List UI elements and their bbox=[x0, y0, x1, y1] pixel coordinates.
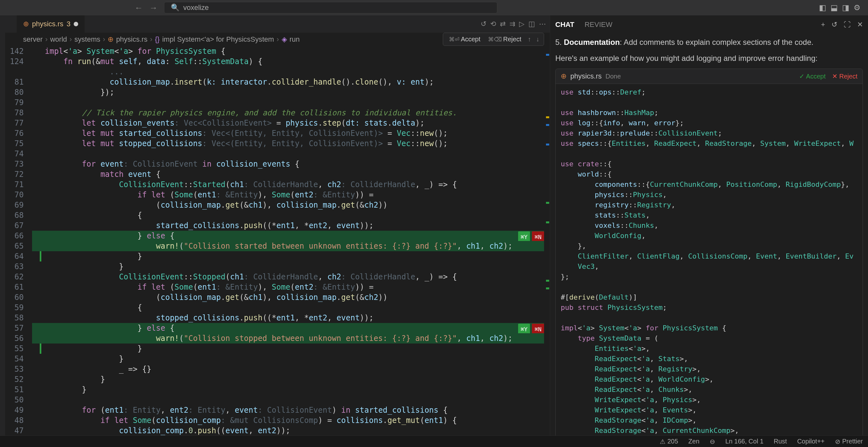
code-line[interactable]: 73 for event: CollisionEvent in collisio… bbox=[5, 159, 550, 169]
layout-bottom-icon[interactable]: ⬓ bbox=[830, 3, 839, 12]
discard-icon[interactable]: ⟲ bbox=[490, 20, 496, 28]
status-problems[interactable]: ⚠ 205 bbox=[660, 438, 678, 445]
code-editor[interactable]: 142impl<'a> System<'a> for PhysicsSystem… bbox=[5, 46, 550, 436]
split-icon[interactable]: ◫ bbox=[528, 20, 535, 28]
line-number: 51 bbox=[5, 385, 32, 395]
code-line[interactable]: 78 // Tick the rapier physics engine, an… bbox=[5, 108, 550, 118]
code-line[interactable]: 74 bbox=[5, 149, 550, 159]
close-icon[interactable]: ✕ bbox=[857, 21, 863, 29]
line-number: 61 bbox=[5, 282, 32, 292]
reject-button[interactable]: ⌘⌫Reject bbox=[485, 34, 525, 44]
code-line[interactable]: 58 stopped_collisions.push((*ent1, *ent2… bbox=[5, 313, 550, 323]
code-line[interactable]: 81 collision_map.insert(k: interactor.co… bbox=[5, 77, 550, 87]
line-number: 58 bbox=[5, 313, 32, 323]
more-icon[interactable]: ⋯ bbox=[539, 20, 546, 28]
line-number: 80 bbox=[5, 87, 32, 97]
layout-left-icon[interactable]: ◧ bbox=[818, 3, 827, 12]
code-line[interactable]: 64 } bbox=[5, 251, 550, 261]
code-line[interactable]: 69 (collision_map.get(&ch1), collision_m… bbox=[5, 200, 550, 210]
expand-icon[interactable]: ⛶ bbox=[844, 21, 851, 29]
command-center[interactable]: 🔍 voxelize bbox=[164, 2, 497, 13]
tab-physics[interactable]: ⊕ physics.rs 3 bbox=[17, 15, 85, 33]
chat-doc-point: 5. Documentation: Add comments to explai… bbox=[555, 36, 863, 48]
code-line[interactable]: 72 match event { bbox=[5, 169, 550, 180]
code-line[interactable]: 79 bbox=[5, 97, 550, 108]
line-number: 142 bbox=[5, 46, 32, 56]
code-line[interactable]: ... bbox=[5, 67, 550, 77]
file-card-status: Done bbox=[606, 73, 621, 80]
new-chat-icon[interactable]: + bbox=[821, 21, 825, 29]
code-line[interactable]: 57 } else {⌘Y⌘N bbox=[5, 323, 550, 333]
line-number: 65 bbox=[5, 241, 32, 251]
code-line[interactable]: 67 started_collisions.push((*ent1, *ent2… bbox=[5, 220, 550, 231]
line-number: 70 bbox=[5, 190, 32, 200]
code-line[interactable]: 55 } bbox=[5, 344, 550, 354]
status-zen[interactable]: Zen bbox=[688, 438, 699, 445]
crumb-impl[interactable]: impl System<'a> for PhysicsSystem bbox=[162, 35, 274, 43]
code-line[interactable]: 124 fn run(&mut self, data: Self::System… bbox=[5, 56, 550, 67]
status-prettier[interactable]: ⊘ Prettier bbox=[835, 438, 863, 445]
crumb-world[interactable]: world bbox=[50, 35, 67, 43]
code-line[interactable]: 63 } bbox=[5, 261, 550, 272]
code-line[interactable]: 66 } else {⌘Y⌘N bbox=[5, 231, 550, 241]
code-line[interactable]: 142impl<'a> System<'a> for PhysicsSystem… bbox=[5, 46, 550, 56]
code-line[interactable]: 65 warn!("Collision started between unkn… bbox=[5, 241, 550, 251]
crumb-systems[interactable]: systems bbox=[74, 35, 100, 43]
code-line[interactable]: 60 (collision_map.get(&ch1), collision_m… bbox=[5, 292, 550, 302]
code-line[interactable]: 54 } bbox=[5, 354, 550, 364]
titlebar: ← → 🔍 voxelize ◧ ⬓ ◨ ⚙ bbox=[0, 0, 868, 15]
file-reject-button[interactable]: ✕ Reject bbox=[832, 72, 858, 80]
crumb-run[interactable]: run bbox=[290, 35, 300, 43]
history-icon[interactable]: ↺ bbox=[480, 20, 486, 28]
next-diff-icon[interactable]: ↓ bbox=[534, 36, 541, 43]
code-line[interactable]: 49 for (ent1: Entity, ent2: Entity, even… bbox=[5, 405, 550, 415]
code-line[interactable]: 80 }); bbox=[5, 87, 550, 97]
code-line[interactable]: 76 let mut started_collisions: Vec<(Enti… bbox=[5, 128, 550, 138]
nav-back-icon[interactable]: ← bbox=[134, 3, 143, 13]
file-accept-button[interactable]: ✓ Accept bbox=[799, 72, 826, 80]
code-line[interactable]: 68 { bbox=[5, 210, 550, 220]
line-number: 59 bbox=[5, 302, 32, 313]
namespace-icon: {} bbox=[155, 35, 160, 43]
gear-icon[interactable]: ⚙ bbox=[852, 3, 862, 12]
line-number: 69 bbox=[5, 200, 32, 210]
code-line[interactable]: 52 } bbox=[5, 374, 550, 385]
crumb-server[interactable]: server bbox=[23, 35, 42, 43]
code-line[interactable]: 51 } bbox=[5, 385, 550, 395]
code-line[interactable]: 77 let collision_events: Vec<CollisionEv… bbox=[5, 118, 550, 128]
history-icon[interactable]: ↺ bbox=[832, 21, 837, 29]
dirty-dot-icon bbox=[74, 22, 78, 26]
nav-forward-icon[interactable]: → bbox=[149, 3, 158, 13]
code-line[interactable]: 48 if let Some(collision_comp: &mut Coll… bbox=[5, 415, 550, 425]
prev-diff-icon[interactable]: ↑ bbox=[526, 36, 533, 43]
code-line[interactable]: 61 if let (Some(ent1: &Entity), Some(ent… bbox=[5, 282, 550, 292]
tab-chat[interactable]: CHAT bbox=[555, 19, 574, 31]
code-line[interactable]: 56 warn!("Collision stopped between unkn… bbox=[5, 333, 550, 344]
code-line[interactable]: 62 CollisionEvent::Stopped(ch1: Collider… bbox=[5, 272, 550, 282]
next-diff-icon[interactable]: ⇉ bbox=[509, 20, 515, 28]
crumb-file[interactable]: physics.rs bbox=[116, 35, 147, 43]
code-line[interactable]: 70 if let (Some(ent1: &Entity), Some(ent… bbox=[5, 190, 550, 200]
breadcrumb[interactable]: server › world › systems › ⊕ physics.rs … bbox=[5, 33, 550, 46]
file-card-filename[interactable]: physics.rs bbox=[570, 72, 602, 81]
code-line[interactable]: 50 bbox=[5, 395, 550, 405]
line-number: 72 bbox=[5, 169, 32, 180]
run-icon[interactable]: ▷ bbox=[519, 20, 525, 28]
tab-review[interactable]: REVIEW bbox=[584, 19, 612, 31]
status-zoom-icon[interactable]: ⊖ bbox=[710, 438, 715, 445]
compare-icon[interactable]: ⇄ bbox=[500, 20, 506, 28]
line-number: 79 bbox=[5, 97, 32, 108]
overview-ruler[interactable] bbox=[544, 46, 550, 436]
code-line[interactable]: 71 CollisionEvent::Started(ch1: Collider… bbox=[5, 180, 550, 190]
status-copilot[interactable]: Copilot++ bbox=[797, 438, 825, 445]
line-number: 52 bbox=[5, 374, 32, 385]
code-line[interactable]: 53 _ => {} bbox=[5, 364, 550, 374]
status-language[interactable]: Rust bbox=[774, 438, 787, 445]
status-position[interactable]: Ln 166, Col 1 bbox=[725, 438, 764, 445]
code-line[interactable]: 59 { bbox=[5, 302, 550, 313]
code-line[interactable]: 47 collision_comp.0.push((event, ent2)); bbox=[5, 425, 550, 436]
line-number: 53 bbox=[5, 364, 32, 374]
code-line[interactable]: 75 let mut stopped_collisions: Vec<(Enti… bbox=[5, 138, 550, 149]
accept-button[interactable]: ⌘⏎Accept bbox=[446, 34, 484, 44]
layout-right-icon[interactable]: ◨ bbox=[841, 3, 850, 12]
